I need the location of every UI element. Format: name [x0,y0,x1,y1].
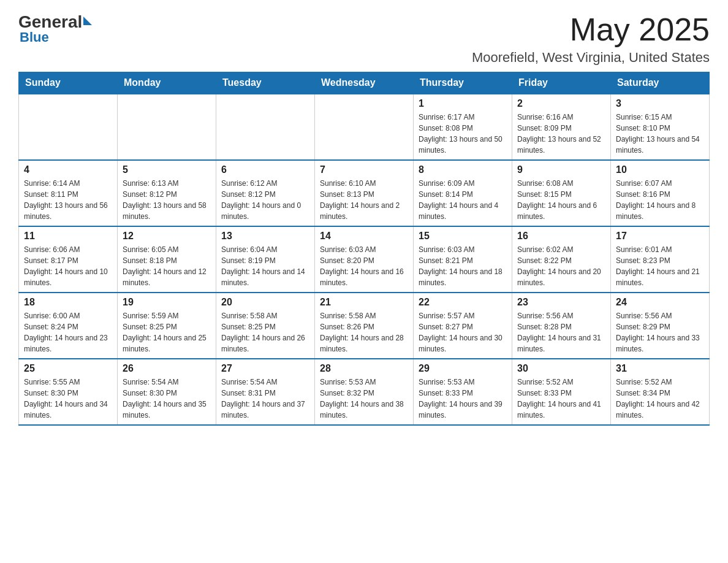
calendar-cell: 14Sunrise: 6:03 AM Sunset: 8:20 PM Dayli… [315,226,414,293]
day-info: Sunrise: 6:07 AM Sunset: 8:16 PM Dayligh… [616,178,704,222]
calendar-cell: 15Sunrise: 6:03 AM Sunset: 8:21 PM Dayli… [414,226,512,293]
day-info: Sunrise: 6:10 AM Sunset: 8:13 PM Dayligh… [320,178,408,222]
day-info: Sunrise: 5:56 AM Sunset: 8:29 PM Dayligh… [616,310,704,354]
month-title: May 2025 [472,12,710,47]
day-number: 5 [123,164,211,175]
day-number: 19 [123,297,211,308]
day-number: 29 [419,363,507,374]
day-info: Sunrise: 5:54 AM Sunset: 8:31 PM Dayligh… [221,377,309,421]
day-number: 16 [517,231,605,242]
week-row-3: 11Sunrise: 6:06 AM Sunset: 8:17 PM Dayli… [19,226,710,293]
day-of-week-saturday: Saturday [611,72,710,94]
day-info: Sunrise: 6:09 AM Sunset: 8:14 PM Dayligh… [419,178,507,222]
calendar-cell: 26Sunrise: 5:54 AM Sunset: 8:30 PM Dayli… [118,359,216,425]
logo-blue-text: Blue [20,29,49,45]
day-info: Sunrise: 6:00 AM Sunset: 8:24 PM Dayligh… [24,310,112,354]
day-number: 15 [419,231,507,242]
day-of-week-friday: Friday [512,72,611,94]
day-info: Sunrise: 5:57 AM Sunset: 8:27 PM Dayligh… [419,310,507,354]
calendar-table: SundayMondayTuesdayWednesdayThursdayFrid… [18,72,710,426]
week-row-2: 4Sunrise: 6:14 AM Sunset: 8:11 PM Daylig… [19,160,710,226]
day-number: 6 [221,164,309,175]
calendar-cell: 31Sunrise: 5:52 AM Sunset: 8:34 PM Dayli… [611,359,710,425]
day-info: Sunrise: 6:01 AM Sunset: 8:23 PM Dayligh… [616,244,704,288]
calendar-cell: 29Sunrise: 5:53 AM Sunset: 8:33 PM Dayli… [414,359,512,425]
day-info: Sunrise: 6:15 AM Sunset: 8:10 PM Dayligh… [616,112,704,156]
calendar-cell: 18Sunrise: 6:00 AM Sunset: 8:24 PM Dayli… [19,293,118,359]
calendar-cell: 4Sunrise: 6:14 AM Sunset: 8:11 PM Daylig… [19,160,118,226]
day-info: Sunrise: 5:56 AM Sunset: 8:28 PM Dayligh… [517,310,605,354]
day-number: 1 [419,98,507,109]
calendar-cell: 13Sunrise: 6:04 AM Sunset: 8:19 PM Dayli… [216,226,315,293]
calendar-cell: 30Sunrise: 5:52 AM Sunset: 8:33 PM Dayli… [512,359,611,425]
calendar-cell [315,94,414,160]
day-info: Sunrise: 6:06 AM Sunset: 8:17 PM Dayligh… [24,244,112,288]
logo-area: General Blue [18,12,92,45]
calendar-cell: 20Sunrise: 5:58 AM Sunset: 8:25 PM Dayli… [216,293,315,359]
calendar-cell: 16Sunrise: 6:02 AM Sunset: 8:22 PM Dayli… [512,226,611,293]
day-number: 8 [419,164,507,175]
calendar-cell: 17Sunrise: 6:01 AM Sunset: 8:23 PM Dayli… [611,226,710,293]
logo-triangle-icon [83,17,92,25]
day-info: Sunrise: 6:17 AM Sunset: 8:08 PM Dayligh… [419,112,507,156]
calendar-cell: 3Sunrise: 6:15 AM Sunset: 8:10 PM Daylig… [611,94,710,160]
calendar-cell: 11Sunrise: 6:06 AM Sunset: 8:17 PM Dayli… [19,226,118,293]
calendar-cell: 23Sunrise: 5:56 AM Sunset: 8:28 PM Dayli… [512,293,611,359]
week-row-4: 18Sunrise: 6:00 AM Sunset: 8:24 PM Dayli… [19,293,710,359]
title-area: May 2025 Moorefield, West Virginia, Unit… [472,12,710,66]
day-number: 20 [221,297,309,308]
day-info: Sunrise: 5:52 AM Sunset: 8:33 PM Dayligh… [517,377,605,421]
day-info: Sunrise: 6:03 AM Sunset: 8:20 PM Dayligh… [320,244,408,288]
calendar-cell: 7Sunrise: 6:10 AM Sunset: 8:13 PM Daylig… [315,160,414,226]
calendar-cell: 22Sunrise: 5:57 AM Sunset: 8:27 PM Dayli… [414,293,512,359]
day-number: 13 [221,231,309,242]
week-row-5: 25Sunrise: 5:55 AM Sunset: 8:30 PM Dayli… [19,359,710,425]
header: General Blue May 2025 Moorefield, West V… [18,12,710,66]
calendar-cell: 21Sunrise: 5:58 AM Sunset: 8:26 PM Dayli… [315,293,414,359]
day-info: Sunrise: 5:59 AM Sunset: 8:25 PM Dayligh… [123,310,211,354]
calendar-cell: 9Sunrise: 6:08 AM Sunset: 8:15 PM Daylig… [512,160,611,226]
day-of-week-wednesday: Wednesday [315,72,414,94]
calendar-cell [216,94,315,160]
day-number: 10 [616,164,704,175]
day-info: Sunrise: 6:05 AM Sunset: 8:18 PM Dayligh… [123,244,211,288]
calendar-header-row: SundayMondayTuesdayWednesdayThursdayFrid… [19,72,710,94]
day-number: 24 [616,297,704,308]
day-number: 2 [517,98,605,109]
calendar-cell: 10Sunrise: 6:07 AM Sunset: 8:16 PM Dayli… [611,160,710,226]
calendar-cell: 28Sunrise: 5:53 AM Sunset: 8:32 PM Dayli… [315,359,414,425]
day-info: Sunrise: 5:58 AM Sunset: 8:25 PM Dayligh… [221,310,309,354]
day-of-week-tuesday: Tuesday [216,72,315,94]
day-number: 26 [123,363,211,374]
calendar-cell: 1Sunrise: 6:17 AM Sunset: 8:08 PM Daylig… [414,94,512,160]
day-number: 25 [24,363,112,374]
week-row-1: 1Sunrise: 6:17 AM Sunset: 8:08 PM Daylig… [19,94,710,160]
day-number: 17 [616,231,704,242]
day-number: 18 [24,297,112,308]
day-number: 7 [320,164,408,175]
calendar-cell [118,94,216,160]
day-info: Sunrise: 6:03 AM Sunset: 8:21 PM Dayligh… [419,244,507,288]
day-info: Sunrise: 6:08 AM Sunset: 8:15 PM Dayligh… [517,178,605,222]
calendar-cell: 6Sunrise: 6:12 AM Sunset: 8:12 PM Daylig… [216,160,315,226]
calendar-cell: 25Sunrise: 5:55 AM Sunset: 8:30 PM Dayli… [19,359,118,425]
day-number: 23 [517,297,605,308]
day-number: 11 [24,231,112,242]
day-number: 12 [123,231,211,242]
day-number: 9 [517,164,605,175]
day-info: Sunrise: 6:14 AM Sunset: 8:11 PM Dayligh… [24,178,112,222]
calendar-cell: 19Sunrise: 5:59 AM Sunset: 8:25 PM Dayli… [118,293,216,359]
calendar-cell [19,94,118,160]
day-of-week-sunday: Sunday [19,72,118,94]
day-number: 21 [320,297,408,308]
day-info: Sunrise: 5:52 AM Sunset: 8:34 PM Dayligh… [616,377,704,421]
day-number: 22 [419,297,507,308]
day-info: Sunrise: 6:02 AM Sunset: 8:22 PM Dayligh… [517,244,605,288]
location-title: Moorefield, West Virginia, United States [472,50,710,66]
day-info: Sunrise: 5:53 AM Sunset: 8:32 PM Dayligh… [320,377,408,421]
day-info: Sunrise: 6:12 AM Sunset: 8:12 PM Dayligh… [221,178,309,222]
day-of-week-thursday: Thursday [414,72,512,94]
day-number: 28 [320,363,408,374]
day-info: Sunrise: 5:54 AM Sunset: 8:30 PM Dayligh… [123,377,211,421]
day-info: Sunrise: 5:53 AM Sunset: 8:33 PM Dayligh… [419,377,507,421]
